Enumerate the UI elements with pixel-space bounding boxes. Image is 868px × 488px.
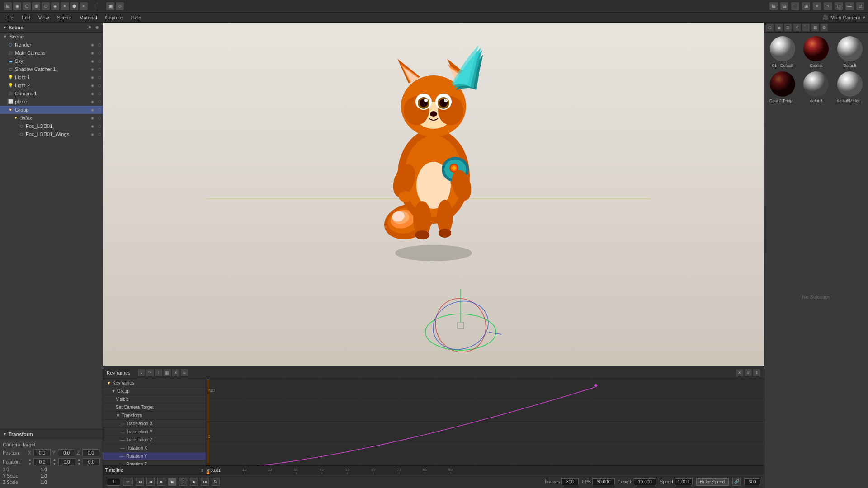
tree-item-fox-wings[interactable]: ⬡ Fox_LOD01_Wings ◉ ⬡ [0, 130, 103, 138]
kf-icon-delete[interactable]: ✕ [172, 369, 179, 376]
prev-frame-btn[interactable]: ◀ [146, 478, 155, 486]
plane-vis1[interactable]: ◉ [89, 99, 95, 105]
toolbar-icon-end4[interactable]: ⊞ [802, 2, 810, 10]
group-vis2[interactable]: ⬡ [96, 107, 103, 113]
group-vis1[interactable]: ◉ [89, 107, 95, 113]
kf-track-setcamera[interactable]: Set Camera Target [103, 404, 206, 412]
end-frame-input[interactable] [744, 478, 760, 485]
toolbar-icon-end1[interactable]: ⊞ [769, 2, 778, 10]
timeline-expand-icon[interactable]: ⇕ [200, 468, 204, 473]
rotation-z-input[interactable] [83, 458, 100, 465]
kf-track-transy[interactable]: — Translation Y [103, 428, 206, 436]
toolbar-icon-end7[interactable]: ◻ [835, 2, 843, 10]
sky-vis2[interactable]: ⬡ [96, 58, 103, 64]
toolbar-icon-7[interactable]: ✦ [61, 2, 69, 10]
rot-up-arrow2[interactable]: ▲ [53, 458, 57, 462]
material-item-01-default[interactable]: 01 - Default [766, 34, 799, 69]
kf-track-transx[interactable]: — Translation X [103, 420, 206, 428]
toolbar-icon-1[interactable]: ⊞ [4, 2, 12, 10]
play-btn[interactable]: ▶ [168, 478, 176, 486]
tree-item-group[interactable]: ▼ Group ◉ ⬡ [0, 106, 103, 114]
fox-wings-vis1[interactable]: ◉ [89, 131, 95, 137]
material-item-credits[interactable]: Credits [800, 34, 832, 69]
mat-icon-7[interactable]: ⊕ [821, 24, 828, 31]
mat-icon-1[interactable]: ⬡ [766, 24, 774, 31]
camera1-vis1[interactable]: ◉ [89, 90, 95, 97]
toolbar-icon-end9[interactable]: □ [856, 2, 864, 10]
rotation-y-input[interactable] [58, 458, 75, 465]
camera-dropdown-icon[interactable]: ▼ [862, 15, 866, 20]
next-frame-btn[interactable]: ▶ [190, 478, 198, 486]
loop-btn[interactable]: ↩ [123, 478, 133, 486]
kf-hash-icon[interactable]: # [745, 369, 752, 376]
speed-input[interactable] [675, 478, 693, 485]
tree-item-camera1[interactable]: 🎥 Camera 1 ◉ ⬡ [0, 89, 103, 98]
position-x-input[interactable] [33, 449, 51, 456]
material-item-dota2[interactable]: Dota 2 Temp... [766, 70, 799, 104]
toolbar-icon-2[interactable]: ◉ [13, 2, 21, 10]
kf-track-rotx[interactable]: — Rotation X [103, 444, 206, 452]
toolbar-icon-end6[interactable]: ≡ [824, 2, 832, 10]
frames-input[interactable] [561, 478, 579, 485]
goto-end-btn[interactable]: ⏭ [201, 478, 209, 486]
kf-close-icon[interactable]: ✕ [736, 369, 743, 376]
tree-item-shadow[interactable]: ◻ Shadow Catcher 1 ◉ ⬡ [0, 65, 103, 73]
toolbar-icon-6[interactable]: ◈ [51, 2, 59, 10]
toolbar-icon-r2[interactable]: ⊹ [116, 2, 124, 10]
tree-item-fox-lod01[interactable]: ⬡ Fox_LOD01 ◉ ⬡ [0, 122, 103, 130]
scene-tree[interactable]: ▼ Scene ⬡ Render ◉ ⬡ 🎥 Main Camera [0, 33, 103, 429]
rot-down-arrow[interactable]: ▼ [28, 462, 32, 466]
mat-icon-5[interactable]: ⬛ [802, 24, 810, 31]
scene-icon-1[interactable]: ⊕ [86, 24, 93, 31]
fox-lod01-vis1[interactable]: ◉ [89, 123, 95, 129]
fivfox-vis2[interactable]: ⬡ [96, 115, 103, 121]
toolbar-icon-end5[interactable]: ✕ [813, 2, 821, 10]
main-camera-vis1[interactable]: ◉ [89, 50, 95, 56]
toolbar-icon-end3[interactable]: ⬛ [791, 2, 799, 10]
kf-track-rotz[interactable]: — Rotation Z [103, 460, 206, 465]
tree-item-plane[interactable]: ⬜ plane ◉ ⬡ [0, 98, 103, 106]
tree-item-sky[interactable]: ☁ Sky ◉ ⬡ [0, 57, 103, 65]
plane-vis2[interactable]: ⬡ [96, 99, 103, 105]
fps-input[interactable] [592, 478, 615, 485]
link-icon[interactable]: 🔗 [732, 478, 741, 486]
position-z-input[interactable] [82, 449, 99, 456]
tree-item-render[interactable]: ⬡ Render ◉ ⬡ [0, 41, 103, 49]
material-item-default[interactable]: Default [834, 34, 866, 69]
goto-start-btn[interactable]: ⏮ [136, 478, 144, 486]
mat-icon-4[interactable]: ✕ [793, 24, 801, 31]
toolbar-icon-end2[interactable]: ⊟ [780, 2, 788, 10]
shadow-vis2[interactable]: ⬡ [96, 66, 103, 72]
fox-lod01-vis2[interactable]: ⬡ [96, 123, 103, 129]
menu-help[interactable]: Help [127, 14, 145, 21]
kf-track-group[interactable]: ▼ Group [103, 387, 206, 395]
tree-item-fivfox[interactable]: ▼ fivfox ◉ ⬡ [0, 114, 103, 122]
mat-icon-3[interactable]: ⊞ [784, 24, 792, 31]
toolbar-icon-3[interactable]: ⬡ [23, 2, 31, 10]
render-vis-icon1[interactable]: ◉ [89, 42, 95, 48]
kf-icon-more[interactable]: ≋ [181, 369, 188, 376]
kf-track-transform[interactable]: ▼ Transform [103, 412, 206, 420]
material-item-defaultmater[interactable]: defaultMater... [834, 70, 866, 104]
rot-down-arrow2[interactable]: ▼ [53, 462, 57, 466]
fox-wings-vis2[interactable]: ⬡ [96, 131, 103, 137]
material-item-default2[interactable]: default [800, 70, 832, 104]
fivfox-vis1[interactable]: ◉ [89, 115, 95, 121]
toolbar-icon-4[interactable]: ⊕ [32, 2, 40, 10]
light2-vis2[interactable]: ⬡ [96, 82, 103, 89]
rot-down-arrow3[interactable]: ▼ [77, 462, 81, 466]
toolbar-icon-8[interactable]: ⬢ [70, 2, 78, 10]
tree-item-main-camera[interactable]: 🎥 Main Camera ◉ ⬡ [0, 49, 103, 57]
toolbar-icon-9[interactable]: ⌖ [80, 2, 88, 10]
kf-expand-icon[interactable]: ⇕ [753, 369, 760, 376]
kf-track-visible[interactable]: Visible [103, 395, 206, 404]
scene-fold-icon[interactable]: ▼ [3, 25, 7, 30]
menu-scene[interactable]: Scene [53, 14, 75, 21]
rotation-x-input[interactable] [33, 458, 51, 465]
menu-capture[interactable]: Capture [102, 14, 127, 21]
play-pause-btn[interactable]: ⏸ [179, 478, 187, 486]
loop-mode-btn[interactable]: ↻ [212, 478, 220, 486]
camera1-vis2[interactable]: ⬡ [96, 90, 103, 97]
kf-icon-bake[interactable]: ▦ [164, 369, 171, 376]
position-y-input[interactable] [58, 449, 75, 456]
